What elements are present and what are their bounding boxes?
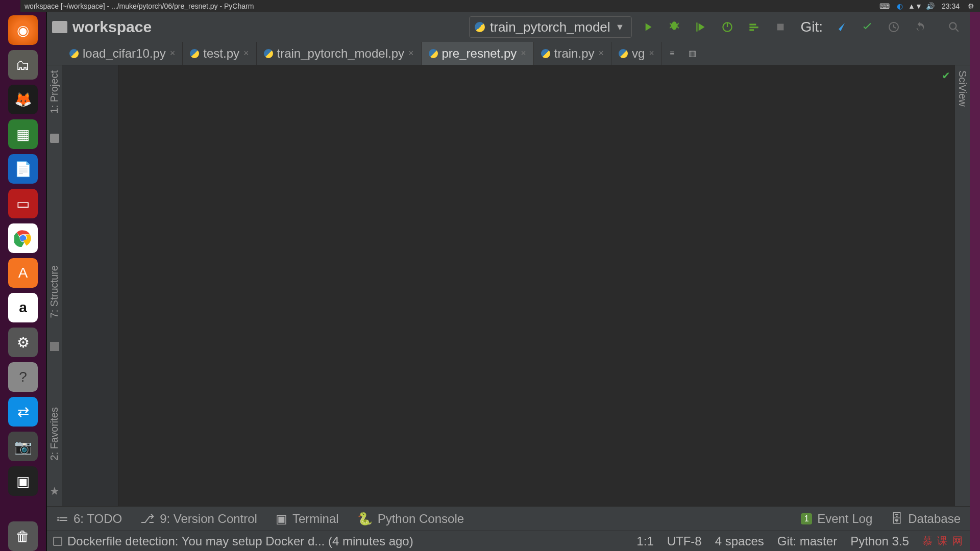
close-icon[interactable]: × bbox=[649, 48, 654, 59]
tab-test[interactable]: test.py × bbox=[183, 42, 256, 65]
run-config-label: train_pytorch_model bbox=[490, 19, 610, 35]
python-file-icon bbox=[541, 49, 550, 58]
toolwindow-toggle-icon[interactable] bbox=[53, 537, 62, 546]
tab-vg[interactable]: vg × bbox=[611, 42, 662, 65]
tab-train[interactable]: train.py × bbox=[534, 42, 611, 65]
code-editor[interactable]: ✔ bbox=[118, 65, 954, 506]
project-folder-icon[interactable] bbox=[52, 21, 67, 33]
python-file-icon bbox=[429, 49, 438, 58]
vcs-commit-button[interactable] bbox=[856, 16, 878, 38]
event-count-badge: 1 bbox=[801, 513, 812, 524]
status-bar: Dockerfile detection: You may setup Dock… bbox=[47, 531, 970, 551]
libreoffice-writer-icon[interactable]: 📄 bbox=[8, 154, 38, 184]
tool-terminal-tab[interactable]: ▣ Terminal bbox=[276, 512, 339, 526]
tool-todo-tab[interactable]: ≔ 6: TODO bbox=[56, 512, 122, 526]
tool-favorites-tab[interactable]: 2: Favorites bbox=[48, 407, 60, 460]
database-icon: 🗄 bbox=[891, 512, 903, 526]
tool-python-console-tab[interactable]: 🐍 Python Console bbox=[357, 512, 464, 526]
close-icon[interactable]: × bbox=[243, 48, 249, 59]
tool-project-tab[interactable]: 1: Project bbox=[48, 70, 60, 113]
project-name[interactable]: workspace bbox=[72, 18, 152, 36]
teamviewer-tray-icon[interactable]: ◐ bbox=[896, 2, 904, 10]
indent-settings[interactable]: 4 spaces bbox=[715, 534, 764, 548]
tab-label: pre_resnet.py bbox=[442, 46, 517, 61]
tab-label: test.py bbox=[203, 46, 239, 61]
trash-icon[interactable]: 🗑 bbox=[8, 521, 38, 551]
python-file-icon bbox=[69, 49, 79, 58]
system-settings-icon[interactable]: ⚙ bbox=[8, 328, 38, 357]
git-label: Git: bbox=[800, 19, 823, 35]
main-toolbar: workspace train_pytorch_model ▼ Git: bbox=[47, 12, 970, 42]
git-branch[interactable]: Git: master bbox=[777, 534, 837, 548]
tab-pre-resnet[interactable]: pre_resnet.py × bbox=[422, 42, 534, 65]
ubuntu-dash-icon[interactable]: ◉ bbox=[8, 15, 38, 45]
tool-event-log-tab[interactable]: 1 Event Log bbox=[801, 512, 872, 526]
terminal-icon: ▣ bbox=[276, 512, 287, 526]
chrome-icon[interactable] bbox=[8, 223, 38, 253]
tool-label: Terminal bbox=[292, 512, 339, 526]
help-icon[interactable]: ? bbox=[8, 362, 38, 392]
stop-button[interactable] bbox=[770, 16, 791, 38]
run-button[interactable] bbox=[637, 16, 658, 38]
concurrency-button[interactable] bbox=[743, 16, 765, 38]
python-file-icon bbox=[619, 49, 628, 58]
teamviewer-icon[interactable]: ⇄ bbox=[8, 397, 38, 427]
right-tool-stripe: SciView bbox=[954, 65, 970, 506]
editor-area: ✔ bbox=[62, 65, 954, 506]
python-interpreter[interactable]: Python 3.5 bbox=[850, 534, 909, 548]
folder-icon bbox=[50, 134, 59, 143]
tool-label: Database bbox=[908, 512, 961, 526]
tool-vcs-tab[interactable]: ⎇ 9: Version Control bbox=[140, 512, 257, 526]
libreoffice-calc-icon[interactable]: ▦ bbox=[8, 119, 38, 149]
tool-database-tab[interactable]: 🗄 Database bbox=[891, 512, 961, 526]
volume-icon[interactable]: 🔊 bbox=[926, 2, 935, 10]
file-encoding[interactable]: UTF-8 bbox=[667, 534, 702, 548]
screenshot-icon[interactable]: 📷 bbox=[8, 432, 38, 461]
files-icon[interactable]: 🗂 bbox=[8, 50, 38, 80]
tab-train-pytorch-model[interactable]: train_pytorch_model.py × bbox=[257, 42, 422, 65]
svg-rect-3 bbox=[777, 24, 784, 31]
tab-label: train_pytorch_model.py bbox=[277, 46, 404, 61]
ubuntu-software-icon[interactable]: A bbox=[8, 258, 38, 288]
run-config-selector[interactable]: train_pytorch_model ▼ bbox=[469, 16, 632, 38]
status-text: Dockerfile detection: You may setup Dock… bbox=[67, 534, 413, 548]
search-everywhere-button[interactable] bbox=[943, 16, 965, 38]
close-icon[interactable]: × bbox=[598, 48, 604, 59]
chevron-down-icon: ▼ bbox=[616, 22, 625, 33]
watermark: 慕 课 网 bbox=[922, 534, 964, 548]
ubuntu-top-panel: workspace [~/workspace] - .../muke/pytor… bbox=[20, 0, 980, 12]
run-coverage-button[interactable] bbox=[690, 16, 712, 38]
tool-label: 9: Version Control bbox=[160, 512, 257, 526]
tab-load-cifar10[interactable]: load_cifar10.py × bbox=[62, 42, 183, 65]
tab-label: load_cifar10.py bbox=[83, 46, 166, 61]
close-icon[interactable]: × bbox=[521, 48, 526, 59]
debug-button[interactable] bbox=[664, 16, 685, 38]
clock[interactable]: 23:34 bbox=[942, 2, 960, 10]
network-icon[interactable]: ▲▼ bbox=[911, 2, 919, 10]
close-icon[interactable]: × bbox=[408, 48, 414, 59]
vcs-rollback-button[interactable] bbox=[910, 16, 931, 38]
analysis-ok-icon[interactable]: ✔ bbox=[942, 69, 950, 82]
vcs-update-button[interactable] bbox=[830, 16, 851, 38]
tool-sciview-tab[interactable]: SciView bbox=[957, 70, 968, 107]
caret-position[interactable]: 1:1 bbox=[636, 534, 653, 548]
branch-icon: ⎇ bbox=[140, 512, 155, 526]
tool-label: 6: TODO bbox=[74, 512, 122, 526]
libreoffice-impress-icon[interactable]: ▭ bbox=[8, 189, 38, 218]
ubuntu-launcher: ◉ 🗂 🦊 ▦ 📄 ▭ A a ⚙ ? ⇄ PC 📷 ▣ 🗑 bbox=[0, 0, 46, 551]
profile-button[interactable] bbox=[717, 16, 738, 38]
amazon-icon[interactable]: a bbox=[8, 293, 38, 322]
terminal-icon[interactable]: ▣ bbox=[8, 466, 38, 496]
tabs-overflow-button[interactable]: ≡ bbox=[662, 42, 682, 65]
tool-structure-tab[interactable]: 7: Structure bbox=[48, 265, 60, 318]
status-message[interactable]: Dockerfile detection: You may setup Dock… bbox=[53, 534, 413, 548]
keyboard-indicator-icon[interactable]: ⌨ bbox=[880, 2, 889, 10]
firefox-icon[interactable]: 🦊 bbox=[8, 85, 38, 114]
close-icon[interactable]: × bbox=[170, 48, 176, 59]
editor-gutter[interactable] bbox=[62, 65, 118, 506]
session-gear-icon[interactable]: ⚙ bbox=[967, 2, 975, 10]
tool-label: Python Console bbox=[378, 512, 464, 526]
tabs-dropdown-button[interactable]: ▥ bbox=[682, 42, 703, 65]
python-file-icon bbox=[264, 49, 273, 58]
vcs-history-button[interactable] bbox=[883, 16, 904, 38]
